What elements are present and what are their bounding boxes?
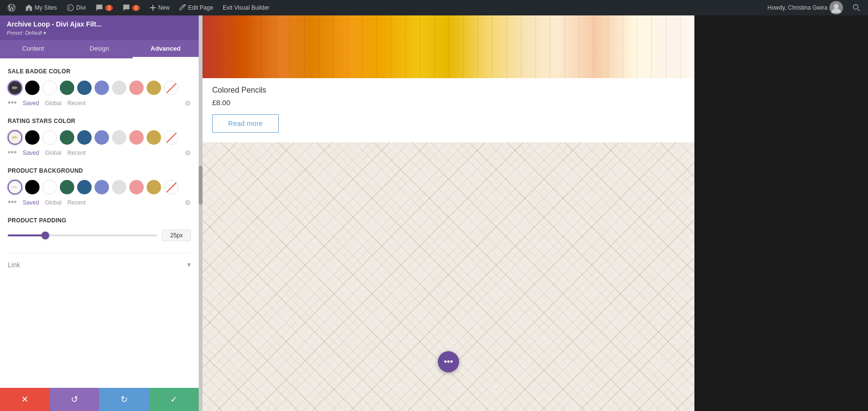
new-item[interactable]: New — [146, 2, 174, 13]
exit-builder-item[interactable]: Exit Visual Builder — [219, 2, 273, 13]
gear-icon-3[interactable]: ⚙ — [185, 199, 191, 206]
gear-icon-1[interactable]: ⚙ — [185, 99, 191, 107]
dots-icon-3[interactable]: ••• — [8, 197, 17, 207]
rating-stars-color-picker: ✏ — [8, 130, 191, 145]
wordpress-icon — [8, 4, 15, 12]
color-darkgreen-2[interactable] — [60, 130, 74, 145]
product-bg-active-swatch[interactable]: ✏ — [8, 180, 22, 194]
rating-stars-saved[interactable]: Saved — [23, 150, 39, 156]
color-pink-2[interactable] — [129, 130, 144, 145]
pen-icon-3: ✏ — [12, 183, 18, 191]
panel-preset[interactable]: Preset: Default ▾ — [7, 30, 192, 36]
color-gold-1[interactable] — [147, 81, 161, 95]
color-lightgray-1[interactable] — [112, 81, 126, 95]
scroll-strip — [199, 15, 203, 411]
plus-icon — [149, 4, 156, 11]
rating-stars-recent[interactable]: Recent — [68, 150, 86, 156]
color-black-2[interactable] — [25, 130, 40, 145]
color-blue-3[interactable] — [77, 180, 92, 194]
sale-badge-active-swatch[interactable]: ✏ — [8, 81, 22, 95]
sale-badge-global[interactable]: Global — [45, 100, 62, 107]
color-pink-1[interactable] — [129, 81, 144, 95]
color-gold-2[interactable] — [147, 130, 161, 145]
slider-thumb[interactable] — [41, 232, 49, 239]
tab-design[interactable]: Design — [66, 40, 132, 58]
slider-track[interactable] — [8, 234, 157, 236]
color-lightgray-2[interactable] — [112, 130, 126, 145]
my-sites-label: My Sites — [35, 4, 57, 11]
tab-content[interactable]: Content — [0, 40, 66, 58]
floating-dots-icon: ••• — [444, 357, 453, 367]
product-background-label: Product Background — [8, 167, 191, 174]
color-lightgray-3[interactable] — [112, 180, 126, 194]
section-spacer — [8, 245, 191, 253]
product-bg-recent[interactable]: Recent — [68, 199, 86, 206]
diamond-pattern-bg: ••• — [203, 142, 694, 411]
product-padding-slider[interactable]: 25px — [8, 230, 191, 241]
new-label: New — [158, 4, 170, 11]
main-layout: Archive Loop - Divi Ajax Filt... Preset:… — [0, 15, 868, 411]
link-section-title: Link — [8, 261, 20, 269]
my-sites-item[interactable]: My Sites — [21, 2, 61, 14]
slider-value[interactable]: 25px — [162, 230, 191, 241]
search-icon — [853, 4, 860, 12]
save-icon: ✓ — [170, 394, 177, 405]
product-bg-global[interactable]: Global — [45, 199, 62, 206]
color-gold-3[interactable] — [147, 180, 161, 194]
color-blue-2[interactable] — [77, 130, 92, 145]
cancel-button[interactable]: ✕ — [0, 388, 50, 411]
search-item[interactable] — [849, 2, 864, 14]
rating-stars-active-swatch[interactable]: ✏ — [8, 130, 22, 145]
tab-advanced[interactable]: Advanced — [133, 40, 199, 58]
floating-action-button[interactable]: ••• — [438, 351, 459, 372]
right-content: Colored Pencils £8.00 Read more ••• — [203, 15, 868, 411]
zero-badge-item[interactable]: 0 — [119, 2, 144, 14]
gear-icon-2[interactable]: ⚙ — [185, 149, 191, 157]
sale-badge-saved[interactable]: Saved — [23, 100, 39, 107]
color-white-2[interactable] — [42, 130, 57, 145]
edit-page-item[interactable]: Edit Page — [176, 2, 217, 13]
color-darkgreen-1[interactable] — [60, 81, 74, 95]
product-1-info: Colored Pencils £8.00 Read more — [203, 78, 694, 142]
admin-bar-right: Howdy, Christina Gwira — [764, 0, 864, 16]
color-pink-3[interactable] — [129, 180, 144, 194]
color-periwinkle-1[interactable] — [95, 81, 109, 95]
color-periwinkle-2[interactable] — [95, 130, 109, 145]
comments-item[interactable]: 3 — [92, 2, 117, 14]
rating-stars-global[interactable]: Global — [45, 150, 62, 156]
color-periwinkle-3[interactable] — [95, 180, 109, 194]
scroll-thumb[interactable] — [199, 166, 203, 205]
preset-label: Preset: Default — [7, 30, 42, 36]
read-more-button[interactable]: Read more — [212, 114, 279, 133]
rating-stars-color-label: Rating Stars Color — [8, 118, 191, 124]
dots-icon-1[interactable]: ••• — [8, 98, 17, 108]
right-dark-area — [694, 15, 868, 411]
user-greeting[interactable]: Howdy, Christina Gwira — [764, 0, 847, 16]
greeting-text: Howdy, Christina Gwira — [768, 4, 827, 11]
product-bg-saved[interactable]: Saved — [23, 199, 39, 206]
undo-button[interactable]: ↺ — [50, 388, 99, 411]
color-blue-1[interactable] — [77, 81, 92, 95]
color-clear-1[interactable] — [164, 81, 178, 95]
redo-button[interactable]: ↻ — [99, 388, 149, 411]
color-clear-3[interactable] — [164, 180, 178, 194]
zero-badge: 0 — [132, 5, 140, 11]
save-button[interactable]: ✓ — [149, 388, 199, 411]
sale-badge-recent[interactable]: Recent — [68, 100, 86, 107]
color-white-3[interactable] — [42, 180, 57, 194]
color-clear-2[interactable] — [164, 130, 178, 145]
divi-item[interactable]: D Divi — [63, 2, 90, 14]
color-white-1[interactable] — [42, 81, 57, 95]
dots-icon-2[interactable]: ••• — [8, 148, 17, 158]
color-darkgreen-3[interactable] — [60, 180, 74, 194]
admin-bar: My Sites D Divi 3 0 New Edit Page Exit V… — [0, 0, 868, 15]
color-black-3[interactable] — [25, 180, 40, 194]
link-section-header[interactable]: Link ▾ — [8, 260, 191, 269]
avatar-icon — [831, 2, 841, 13]
color-black-1[interactable] — [25, 81, 40, 95]
panel-header: Archive Loop - Divi Ajax Filt... Preset:… — [0, 15, 199, 40]
sale-badge-meta: ••• Saved Global Recent ⚙ — [8, 98, 191, 108]
product-2-section: ••• — [203, 142, 694, 411]
exit-builder-label: Exit Visual Builder — [223, 4, 270, 11]
wp-logo-item[interactable] — [4, 2, 19, 14]
